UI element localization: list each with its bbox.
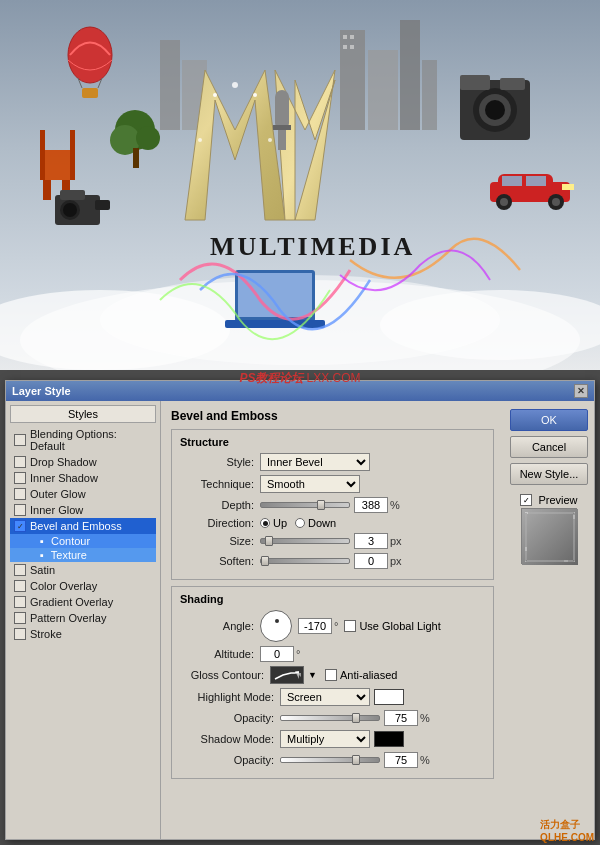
altitude-row: Altitude: °: [180, 646, 485, 662]
svg-point-38: [63, 203, 77, 217]
highlight-opacity-input[interactable]: [384, 710, 418, 726]
direction-down-option[interactable]: Down: [295, 517, 336, 529]
soften-input[interactable]: [354, 553, 388, 569]
satin-checkbox[interactable]: [14, 564, 26, 576]
style-item-blending-options[interactable]: Blending Options: Default: [10, 426, 156, 454]
depth-input[interactable]: [354, 497, 388, 513]
style-item-satin[interactable]: Satin: [10, 562, 156, 578]
technique-row: Technique: Smooth Chisel Hard: [180, 475, 485, 493]
soften-slider[interactable]: [260, 558, 350, 564]
texture-label: Texture: [51, 549, 87, 561]
style-item-gradient-overlay[interactable]: Gradient Overlay: [10, 594, 156, 610]
shadow-opacity-row: Opacity: %: [180, 752, 485, 768]
highlight-opacity-slider[interactable]: [280, 715, 380, 721]
shadow-opacity-label: Opacity:: [180, 754, 280, 766]
technique-select[interactable]: Smooth Chisel Hard: [260, 475, 360, 493]
shadow-color-swatch[interactable]: [374, 731, 404, 747]
size-unit: px: [390, 535, 402, 547]
size-input[interactable]: [354, 533, 388, 549]
shadow-opacity-slider[interactable]: [280, 757, 380, 763]
preview-row: ✓ Preview: [520, 494, 577, 506]
style-item-stroke[interactable]: Stroke: [10, 626, 156, 642]
color-overlay-checkbox[interactable]: [14, 580, 26, 592]
cancel-button[interactable]: Cancel: [510, 436, 588, 458]
style-item-texture[interactable]: ▪ Texture: [10, 548, 156, 562]
ok-button[interactable]: OK: [510, 409, 588, 431]
new-style-button[interactable]: New Style...: [510, 463, 588, 485]
highlight-opacity-unit: %: [420, 712, 430, 724]
style-item-outer-glow[interactable]: Outer Glow: [10, 486, 156, 502]
style-item-inner-glow[interactable]: Inner Glow: [10, 502, 156, 518]
svg-rect-30: [133, 148, 139, 168]
style-select[interactable]: Inner Bevel Outer Bevel Emboss: [260, 453, 370, 471]
right-panel: OK Cancel New Style... ✓ Preview: [504, 401, 594, 839]
depth-thumb[interactable]: [317, 500, 325, 510]
soften-row: Soften: px: [180, 553, 485, 569]
style-item-bevel-emboss[interactable]: Bevel and Emboss: [10, 518, 156, 534]
highlight-opacity-thumb[interactable]: [352, 713, 360, 723]
style-item-pattern-overlay[interactable]: Pattern Overlay: [10, 610, 156, 626]
svg-rect-33: [70, 130, 75, 180]
svg-rect-13: [160, 40, 180, 130]
anti-aliased-label: Anti-aliased: [340, 669, 397, 681]
inner-shadow-label: Inner Shadow: [30, 472, 98, 484]
highlight-mode-select[interactable]: Screen Normal Multiply: [280, 688, 370, 706]
direction-down-radio[interactable]: [295, 518, 305, 528]
angle-dial[interactable]: [260, 610, 292, 642]
blending-options-checkbox[interactable]: [14, 434, 26, 446]
direction-up-option[interactable]: Up: [260, 517, 287, 529]
use-global-light-label: Use Global Light: [359, 620, 440, 632]
inner-shadow-checkbox[interactable]: [14, 472, 26, 484]
altitude-unit: °: [296, 648, 300, 660]
drop-shadow-checkbox[interactable]: [14, 456, 26, 468]
anti-aliased-checkbox[interactable]: [325, 669, 337, 681]
svg-rect-10: [350, 35, 354, 39]
style-row: Style: Inner Bevel Outer Bevel Emboss: [180, 453, 485, 471]
use-global-light-checkbox[interactable]: [344, 620, 356, 632]
direction-down-label: Down: [308, 517, 336, 529]
style-item-color-overlay[interactable]: Color Overlay: [10, 578, 156, 594]
shadow-mode-select[interactable]: Multiply Screen Normal: [280, 730, 370, 748]
preview-checkbox[interactable]: ✓: [520, 494, 532, 506]
pattern-overlay-checkbox[interactable]: [14, 612, 26, 624]
soften-thumb[interactable]: [261, 556, 269, 566]
gloss-contour-preview[interactable]: [270, 666, 304, 684]
svg-rect-12: [350, 45, 354, 49]
shadow-opacity-thumb[interactable]: [352, 755, 360, 765]
logo-url: QLHE.COM: [540, 832, 594, 843]
svg-rect-56: [275, 90, 289, 130]
size-thumb[interactable]: [265, 536, 273, 546]
outer-glow-checkbox[interactable]: [14, 488, 26, 500]
gloss-contour-row: Gloss Contour: ▼ Anti-aliased: [180, 666, 485, 684]
svg-point-17: [232, 82, 238, 88]
svg-point-16: [213, 93, 217, 97]
style-item-contour[interactable]: ▪ Contour: [10, 534, 156, 548]
highlight-color-swatch[interactable]: [374, 689, 404, 705]
shadow-mode-label: Shadow Mode:: [180, 733, 280, 745]
styles-header[interactable]: Styles: [10, 405, 156, 423]
main-panel: Bevel and Emboss Structure Style: Inner …: [161, 401, 504, 839]
stroke-label: Stroke: [30, 628, 62, 640]
gradient-overlay-checkbox[interactable]: [14, 596, 26, 608]
preview-thumbnail: [521, 508, 577, 564]
style-item-inner-shadow[interactable]: Inner Shadow: [10, 470, 156, 486]
dialog-title: Layer Style: [12, 385, 71, 397]
size-slider[interactable]: [260, 538, 350, 544]
direction-row: Direction: Up Down: [180, 517, 485, 529]
svg-rect-26: [82, 88, 98, 98]
inner-glow-checkbox[interactable]: [14, 504, 26, 516]
stroke-checkbox[interactable]: [14, 628, 26, 640]
direction-up-radio[interactable]: [260, 518, 270, 528]
style-item-drop-shadow[interactable]: Drop Shadow: [10, 454, 156, 470]
shadow-opacity-input[interactable]: [384, 752, 418, 768]
highlight-opacity-row: Opacity: %: [180, 710, 485, 726]
dialog-close-button[interactable]: ✕: [574, 384, 588, 398]
depth-slider[interactable]: [260, 502, 350, 508]
texture-icon: ▪: [40, 549, 44, 561]
bevel-emboss-label: Bevel and Emboss: [30, 520, 122, 532]
altitude-input[interactable]: [260, 646, 294, 662]
svg-rect-6: [368, 50, 398, 130]
style-label: Style:: [180, 456, 260, 468]
angle-input[interactable]: [298, 618, 332, 634]
bevel-emboss-checkbox[interactable]: [14, 520, 26, 532]
